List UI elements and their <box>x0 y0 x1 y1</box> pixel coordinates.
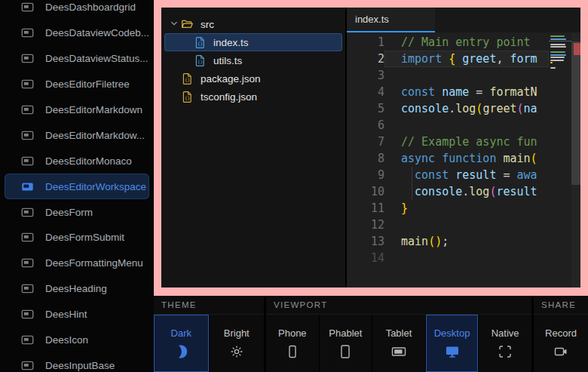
props-section-viewport: VIEWPORTPhonePhabletTabletDesktopNative <box>266 296 531 372</box>
line-number: 13 <box>347 233 384 250</box>
minimap-line <box>550 51 565 53</box>
preview-frame: src{}index.ts{}utils.ts{}package.json{}t… <box>154 0 588 296</box>
moon-icon <box>173 344 188 359</box>
minimap-line <box>550 35 565 37</box>
code-line-12[interactable]: 12 <box>347 217 549 233</box>
sidebar-item-label: DeesEditorMarkdown <box>45 104 142 115</box>
sidebar-item-deesformattingmenu[interactable]: DeesFormattingMenu <box>5 251 149 276</box>
minimap-line <box>550 46 566 48</box>
sidebar-item-deesformsubmit[interactable]: DeesFormSubmit <box>5 225 149 251</box>
code-line-3[interactable]: 3 <box>347 67 549 84</box>
component-icon <box>21 257 34 269</box>
code-line-10[interactable]: 10 console.log(result <box>347 183 549 200</box>
props-section-title: VIEWPORT <box>266 296 531 315</box>
desktop-button[interactable]: Desktop <box>426 315 479 372</box>
code-line-7[interactable]: 7// Example async fun <box>347 134 549 150</box>
sidebar-item-label: DeesDashboardgrid <box>45 2 136 13</box>
svg-text:{}: {} <box>198 58 203 63</box>
tree-item-src[interactable]: src <box>164 15 342 33</box>
line-content: console.log(result <box>384 183 549 200</box>
record-icon <box>553 344 568 359</box>
code-line-13[interactable]: 13main(); <box>347 233 549 250</box>
sidebar-item-deeseditorfiletree[interactable]: DeesEditorFiletree <box>5 72 149 97</box>
code-line-4[interactable]: 4const name = formatN <box>347 84 549 100</box>
bright-button[interactable]: Bright <box>210 315 265 372</box>
sidebar-item-deesinputbase[interactable]: DeesInputBase <box>5 352 149 372</box>
code-editor[interactable]: 1// Main entry point2import { greet, for… <box>347 32 580 287</box>
sidebar-item-deesicon[interactable]: DeesIcon <box>5 327 149 353</box>
sidebar-item-deeseditormarkdown[interactable]: DeesEditorMarkdown <box>5 97 149 123</box>
props-buttons: PhonePhabletTabletDesktopNative <box>266 315 531 372</box>
minimap[interactable] <box>549 32 571 287</box>
line-content: } <box>384 200 549 217</box>
phablet-button[interactable]: Phablet <box>320 315 372 372</box>
phablet-icon <box>338 344 353 359</box>
component-icon <box>21 155 34 168</box>
phone-button[interactable]: Phone <box>266 315 319 372</box>
line-content: // Example async fun <box>384 134 549 150</box>
component-sidebar: DeesDashboardgridDeesDataviewCodeb...Dee… <box>0 0 154 372</box>
json-file-icon: {} <box>181 91 194 103</box>
sidebar-item-label: DeesFormattingMenu <box>45 257 143 269</box>
file-tree: src{}index.ts{}utils.ts{}package.json{}t… <box>161 8 345 287</box>
minimap-line <box>550 60 564 61</box>
code-line-2[interactable]: 2import { greet, form <box>347 51 549 67</box>
native-button[interactable]: Native <box>479 315 531 372</box>
code-lines: 1// Main entry point2import { greet, for… <box>347 32 549 287</box>
button-label: Record <box>545 327 577 339</box>
component-icon <box>21 231 34 244</box>
dark-button[interactable]: Dark <box>154 315 209 372</box>
button-label: Phone <box>278 327 307 339</box>
code-line-5[interactable]: 5console.log(greet(na <box>347 100 549 117</box>
sidebar-item-deesdataviewstatus[interactable]: DeesDataviewStatus... <box>5 46 149 72</box>
line-content <box>384 67 549 84</box>
code-line-9[interactable]: 9 const result = awa <box>347 167 549 183</box>
component-icon <box>21 308 34 321</box>
line-number: 4 <box>347 84 384 100</box>
line-content <box>384 117 549 134</box>
code-line-6[interactable]: 6 <box>347 117 549 134</box>
sidebar-item-label: DeesDataviewCodeb... <box>45 27 149 38</box>
line-number: 14 <box>347 250 384 266</box>
button-label: Phablet <box>329 327 362 339</box>
tree-item-index-ts[interactable]: {}index.ts <box>164 33 342 51</box>
record-button[interactable]: Record <box>534 315 588 372</box>
button-label: Tablet <box>386 327 412 339</box>
line-content: console.log(greet(na <box>384 100 549 117</box>
tab-label: index.ts <box>355 14 389 25</box>
minimap-line <box>550 67 556 69</box>
editor-scrollbar[interactable] <box>571 32 580 287</box>
props-section-title: SHARE <box>534 296 588 315</box>
sidebar-item-deesform[interactable]: DeesForm <box>5 199 149 225</box>
svg-text:{}: {} <box>198 40 203 45</box>
line-number: 9 <box>347 167 384 183</box>
sidebar-item-label: DeesHeading <box>45 283 107 294</box>
sidebar-item-deeshint[interactable]: DeesHint <box>5 302 149 327</box>
sidebar-item-deesheading[interactable]: DeesHeading <box>5 276 149 302</box>
tree-item-package-json[interactable]: {}package.json <box>164 69 342 88</box>
component-list: DeesDashboardgridDeesDataviewCodeb...Dee… <box>0 0 154 372</box>
scrollbar-thumb[interactable] <box>571 42 580 185</box>
line-content <box>384 250 549 266</box>
tree-item-tsconfig-json[interactable]: {}tsconfig.json <box>164 88 342 106</box>
code-line-11[interactable]: 11} <box>347 200 549 217</box>
code-line-14[interactable]: 14 <box>347 250 549 266</box>
line-number: 2 <box>347 51 384 67</box>
props-section-theme: THEMEDarkBright <box>154 296 264 372</box>
sidebar-item-deeseditormarkdow[interactable]: DeesEditorMarkdow... <box>5 122 149 148</box>
tree-item-utils-ts[interactable]: {}utils.ts <box>164 51 342 69</box>
sidebar-item-deesdashboardgrid[interactable]: DeesDashboardgrid <box>5 0 149 20</box>
component-icon <box>21 180 34 193</box>
minimap-line <box>550 38 566 40</box>
tree-item-label: index.ts <box>213 37 249 48</box>
sidebar-item-deeseditorworkspace[interactable]: DeesEditorWorkspace <box>5 174 149 199</box>
desktop-icon <box>445 344 460 359</box>
sidebar-item-deeseditormonaco[interactable]: DeesEditorMonaco <box>5 148 149 174</box>
sidebar-item-label: DeesEditorFiletree <box>45 78 130 90</box>
code-line-1[interactable]: 1// Main entry point <box>347 34 549 51</box>
sidebar-item-deesdataviewcodeb[interactable]: DeesDataviewCodeb... <box>5 20 149 46</box>
tab-index-ts[interactable]: index.ts <box>347 8 435 32</box>
code-line-8[interactable]: 8async function main( <box>347 150 549 167</box>
sidebar-item-label: DeesInputBase <box>45 360 115 371</box>
tablet-button[interactable]: Tablet <box>372 315 425 372</box>
